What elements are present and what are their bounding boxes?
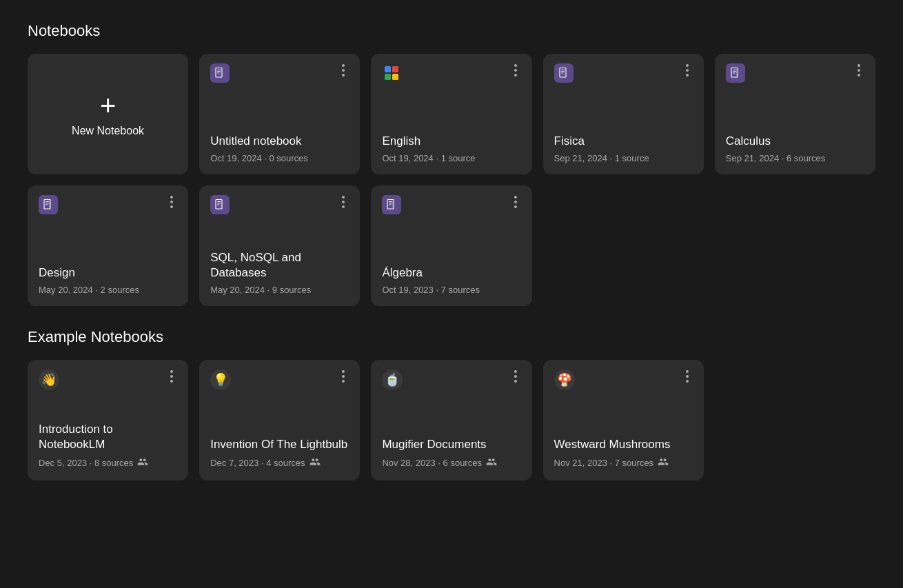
notebook-meta-sql: May 20, 2024 · 9 sources: [210, 285, 349, 295]
notebook-meta-english: Oct 19, 2024 · 1 source: [382, 153, 520, 163]
shared-icon-notebooklm: [137, 456, 148, 469]
notebook-card-design[interactable]: Design May 20, 2024 · 2 sources: [28, 185, 188, 306]
example-card-mushrooms[interactable]: 🍄 Westward Mushrooms Nov 21, 2023 · 7 so…: [543, 360, 704, 480]
svg-rect-18: [736, 69, 738, 77]
example-icon-notebooklm: 👋: [39, 369, 59, 390]
notebook-meta-algebra: Oct 19, 2023 · 7 sources: [382, 285, 520, 295]
empty-slot-2: [715, 185, 875, 306]
example-meta-notebooklm: Dec 5, 2023 · 8 sources: [39, 456, 177, 469]
notebook-meta-fisica: Sep 21, 2024 · 1 source: [554, 153, 693, 163]
svg-rect-28: [221, 201, 223, 208]
example-icon-lightbulb: 💡: [210, 369, 231, 390]
examples-section-title: Example Notebooks: [28, 328, 875, 346]
notebooks-grid: + New Notebook Untitled notebook Oct 19,…: [28, 54, 875, 174]
example-card-mugifier[interactable]: 🍵 Mugifier Documents Nov 28, 2023 · 6 so…: [371, 360, 531, 480]
notebook-icon-design: [39, 195, 58, 214]
example-title-mugifier: Mugifier Documents: [382, 437, 520, 452]
examples-grid: 👋 Introduction to NotebookLM Dec 5, 2023…: [28, 360, 875, 480]
shared-icon-mushrooms: [658, 456, 669, 469]
notebook-icon-algebra: [382, 195, 401, 214]
svg-rect-23: [50, 201, 51, 208]
new-notebook-label: New Notebook: [72, 125, 144, 137]
example-icon-mugifier: 🍵: [382, 369, 403, 390]
notebooks-grid-row2: Design May 20, 2024 · 2 sources SQL, NoS…: [28, 185, 875, 306]
notebook-card-english[interactable]: English Oct 19, 2024 · 1 source: [371, 54, 531, 174]
svg-rect-13: [565, 69, 566, 77]
example-menu-lightbulb[interactable]: [334, 367, 353, 386]
notebooks-section-title: Notebooks: [28, 22, 875, 40]
notebook-menu-fisica[interactable]: [678, 61, 697, 80]
notebook-icon-untitled: [210, 63, 230, 83]
notebook-title-algebra: Álgebra: [382, 265, 520, 281]
notebook-card-untitled[interactable]: Untitled notebook Oct 19, 2024 · 0 sourc…: [199, 54, 360, 174]
notebook-menu-english[interactable]: [506, 61, 525, 80]
example-meta-lightbulb: Dec 7, 2023 · 4 sources: [210, 456, 349, 469]
notebook-card-sql[interactable]: SQL, NoSQL and Databases May 20, 2024 · …: [199, 185, 360, 306]
notebook-menu-sql[interactable]: [334, 192, 353, 212]
example-title-mushrooms: Westward Mushrooms: [554, 437, 693, 452]
notebook-title-calculus: Calculus: [726, 134, 864, 149]
notebook-menu-calculus[interactable]: [849, 61, 869, 80]
svg-rect-8: [392, 74, 398, 80]
svg-rect-6: [392, 66, 398, 72]
notebook-card-algebra[interactable]: Álgebra Oct 19, 2023 · 7 sources: [371, 185, 531, 306]
notebook-title-sql: SQL, NoSQL and Databases: [210, 250, 349, 281]
notebook-card-fisica[interactable]: Fisica Sep 21, 2024 · 1 source: [543, 54, 704, 174]
example-menu-mugifier[interactable]: [506, 367, 525, 386]
example-meta-mugifier: Nov 28, 2023 · 6 sources: [382, 456, 520, 469]
example-icon-mushrooms: 🍄: [554, 369, 575, 390]
notebook-card-calculus[interactable]: Calculus Sep 21, 2024 · 6 sources: [715, 54, 875, 174]
empty-slot-1: [543, 185, 704, 306]
notebook-title-untitled: Untitled notebook: [210, 134, 349, 149]
notebook-menu-untitled[interactable]: [334, 61, 353, 80]
notebook-icon-english: [382, 63, 401, 83]
notebook-icon-calculus: [726, 63, 745, 83]
new-notebook-plus: +: [100, 92, 116, 119]
shared-icon-lightbulb: [310, 456, 321, 469]
new-notebook-card[interactable]: + New Notebook: [28, 54, 188, 174]
notebook-title-english: English: [382, 134, 520, 149]
notebook-meta-untitled: Oct 19, 2024 · 0 sources: [210, 153, 349, 163]
example-meta-mushrooms: Nov 21, 2023 · 7 sources: [554, 456, 693, 469]
shared-icon-mugifier: [486, 456, 497, 469]
notebook-icon-sql: [210, 195, 230, 214]
example-card-lightbulb[interactable]: 💡 Invention Of The Lightbulb Dec 7, 2023…: [199, 360, 360, 480]
notebook-menu-algebra[interactable]: [506, 192, 525, 212]
notebook-title-fisica: Fisica: [554, 134, 693, 149]
example-title-notebooklm: Introduction to NotebookLM: [39, 422, 177, 452]
notebook-title-design: Design: [39, 265, 177, 281]
svg-rect-5: [385, 66, 391, 72]
svg-rect-33: [393, 201, 394, 208]
svg-rect-4: [221, 69, 223, 77]
example-title-lightbulb: Invention Of The Lightbulb: [210, 437, 349, 452]
notebook-menu-design[interactable]: [162, 192, 181, 212]
example-menu-notebooklm[interactable]: [162, 367, 181, 386]
notebook-meta-calculus: Sep 21, 2024 · 6 sources: [726, 153, 864, 163]
empty-example-slot: [715, 360, 875, 480]
svg-rect-7: [385, 74, 391, 80]
notebook-meta-design: May 20, 2024 · 2 sources: [39, 285, 177, 295]
notebook-icon-fisica: [554, 63, 574, 83]
example-card-notebooklm[interactable]: 👋 Introduction to NotebookLM Dec 5, 2023…: [28, 360, 188, 480]
example-menu-mushrooms[interactable]: [678, 367, 697, 386]
